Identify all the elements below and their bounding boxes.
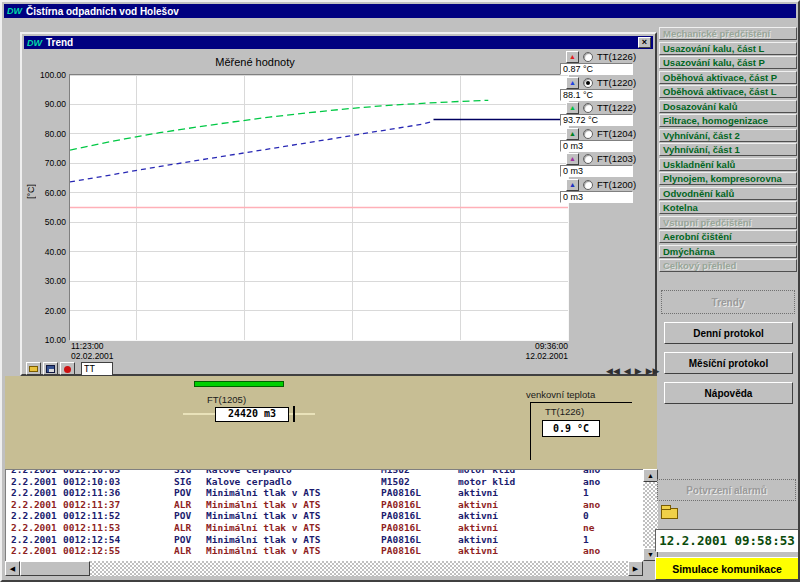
log-cell-time: 0012:11:53	[63, 522, 120, 533]
log-row[interactable]: 2.2.20010012:10:03SIGKalove cerpadloM150…	[6, 476, 643, 488]
daily-report-button[interactable]: Denní protokol	[664, 322, 793, 344]
scroll-right-icon[interactable]: ▶	[628, 561, 643, 576]
sidebar-item[interactable]: Dosazování kalů	[659, 100, 797, 113]
log-cell-device: M1502	[381, 469, 410, 475]
series-color-icon[interactable]: ▲	[566, 128, 579, 140]
series-TT(1222)	[70, 100, 488, 150]
log-cell-time: 0012:11:37	[63, 499, 120, 510]
series-value: 0 m3	[560, 191, 633, 203]
scroll-up-icon[interactable]: ▲	[643, 469, 658, 482]
log-cell-state: aktivní	[458, 522, 498, 533]
main-window: DW Čistírna odpadních vod Holešov DW Tre…	[0, 0, 800, 582]
series-radio[interactable]	[583, 103, 593, 113]
sidebar-item[interactable]: Oběhová aktivace, část L	[659, 85, 797, 98]
close-icon[interactable]: ×	[638, 37, 651, 48]
series-radio[interactable]	[583, 154, 593, 164]
log-cell-time: 0012:10:03	[63, 469, 120, 475]
trend-window: DW Trend × Měřené hodnoty [°C] 100.0090.…	[20, 32, 657, 376]
sidebar-item[interactable]: Kotelna	[659, 201, 797, 214]
record-icon[interactable]	[60, 362, 75, 375]
log-row[interactable]: 2.2.20010012:10:03SIGKalove cerpadloM150…	[6, 469, 643, 476]
alarm-ack-button[interactable]: Potvrzení alarmů	[657, 479, 796, 501]
log-cell-value: 1	[583, 534, 589, 545]
sidebar-item[interactable]: Vstupní předčištění	[659, 216, 797, 229]
sidebar-item[interactable]: Filtrace, homogenizace	[659, 114, 797, 127]
export-folder-icon[interactable]	[26, 362, 41, 375]
log-row[interactable]: 2.2.20010012:12:54POVMinimální tlak v AT…	[6, 534, 643, 546]
log-cell-device: PA0816L	[381, 499, 421, 510]
y-tick: 70.00	[30, 158, 66, 168]
series-color-icon[interactable]: ▲	[566, 153, 579, 165]
sidebar-item[interactable]: Vyhnívání, část 2	[659, 129, 797, 142]
sidebar-item[interactable]: Vyhnívání, část 1	[659, 143, 797, 156]
sidebar-item[interactable]: Aerobní čištění	[659, 230, 797, 243]
disk-glyph	[46, 365, 55, 373]
log-row[interactable]: 2.2.20010012:11:36POVMinimální tlak v AT…	[6, 487, 643, 499]
log-cell-device: PA0816L	[381, 545, 421, 556]
level-bar	[194, 381, 284, 387]
chart-title: Měřené hodnoty	[22, 56, 488, 68]
series-tag: TT(1220)	[597, 77, 636, 88]
sidebar-item[interactable]: Oběhová aktivace, část P	[659, 71, 797, 84]
monthly-report-button[interactable]: Měsíční protokol	[664, 352, 793, 374]
log-cell-type: POV	[174, 487, 191, 498]
sidebar-item[interactable]: Odvodnění kalů	[659, 187, 797, 200]
y-tick: 60.00	[30, 188, 66, 198]
sidebar-item[interactable]: Uskladnění kalů	[659, 158, 797, 171]
tag-filter-input[interactable]	[81, 362, 113, 376]
trends-button[interactable]: Trendy	[661, 290, 795, 314]
sidebar-item[interactable]: Mechanické předčištění	[659, 27, 797, 40]
log-cell-value: ano	[583, 545, 600, 556]
sidebar: Mechanické předčištěníUsazování kalu, čá…	[659, 27, 797, 274]
nav-arrow-icon[interactable]: ◀◀	[606, 366, 620, 376]
flow-tag: FT(1205)	[207, 394, 246, 405]
series-value: 0.87 °C	[560, 63, 633, 75]
log-cell-type: ALR	[174, 499, 191, 510]
log-cell-value: ano	[583, 499, 600, 510]
datetime-display: 12.2.2001 09:58:53	[655, 529, 799, 552]
save-disk-icon[interactable]	[43, 362, 58, 375]
sidebar-item[interactable]: Dmýchárna	[659, 245, 797, 258]
simulate-communication-button[interactable]: Simulace komunikace	[655, 557, 799, 580]
sidebar-item[interactable]: Celkový přehled	[659, 259, 797, 272]
log-cell-device: PA0816L	[381, 534, 421, 545]
series-radio[interactable]	[583, 180, 593, 190]
series-radio[interactable]	[583, 78, 593, 88]
alarm-folder-icon[interactable]	[661, 508, 678, 519]
log-list[interactable]: 2.2.20010012:10:03SIGKalove cerpadloM150…	[5, 469, 643, 561]
series-radio[interactable]	[583, 129, 593, 139]
log-row[interactable]: 2.2.20010012:11:52POVMinimální tlak v AT…	[6, 510, 643, 522]
log-cell-value: ano	[583, 469, 600, 475]
help-button[interactable]: Nápověda	[664, 382, 793, 404]
series-tag: FT(1204)	[597, 128, 636, 139]
log-cell-date: 2.2.2001	[11, 469, 57, 475]
scroll-left-icon[interactable]: ◀	[5, 561, 20, 576]
app-icon: DW	[7, 6, 22, 16]
y-tick: 90.00	[30, 99, 66, 109]
sidebar-item[interactable]: Usazování kalu, část P	[659, 56, 797, 69]
sidebar-item[interactable]: Usazování kalu, část L	[659, 42, 797, 55]
nav-arrow-icon[interactable]: ▶▶	[646, 366, 660, 376]
nav-arrow-icon[interactable]: ◀	[624, 366, 631, 376]
series-color-icon[interactable]: ▲	[566, 51, 579, 63]
log-cell-device: M1502	[381, 476, 410, 487]
log-cell-type: SIG	[174, 476, 191, 487]
log-cell-device: PA0816L	[381, 510, 421, 521]
log-row[interactable]: 2.2.20010012:12:55ALRMinimální tlak v AT…	[6, 545, 643, 557]
sidebar-item[interactable]: Plynojem, kompresorovna	[659, 172, 797, 185]
series-color-icon[interactable]: ▲	[566, 179, 579, 191]
plot-area[interactable]	[69, 74, 569, 341]
hscroll-thumb[interactable]	[20, 561, 90, 576]
log-row[interactable]: 2.2.20010012:11:37ALRMinimální tlak v AT…	[6, 499, 643, 511]
nav-arrow-icon[interactable]: ▶	[635, 366, 642, 376]
log-cell-date: 2.2.2001	[11, 534, 57, 545]
log-row[interactable]: 2.2.20010012:11:53ALRMinimální tlak v AT…	[6, 522, 643, 534]
series-color-icon[interactable]: ▲	[566, 77, 579, 89]
series-color-icon[interactable]: ▲	[566, 102, 579, 114]
series-radio[interactable]	[583, 52, 593, 62]
hscroll-track[interactable]	[20, 561, 628, 576]
log-cell-text: Minimální tlak v ATS	[206, 522, 320, 533]
y-tick: 50.00	[30, 217, 66, 227]
log-cell-value: 1	[583, 487, 589, 498]
outdoor-label: venkovní teplota	[526, 389, 595, 400]
